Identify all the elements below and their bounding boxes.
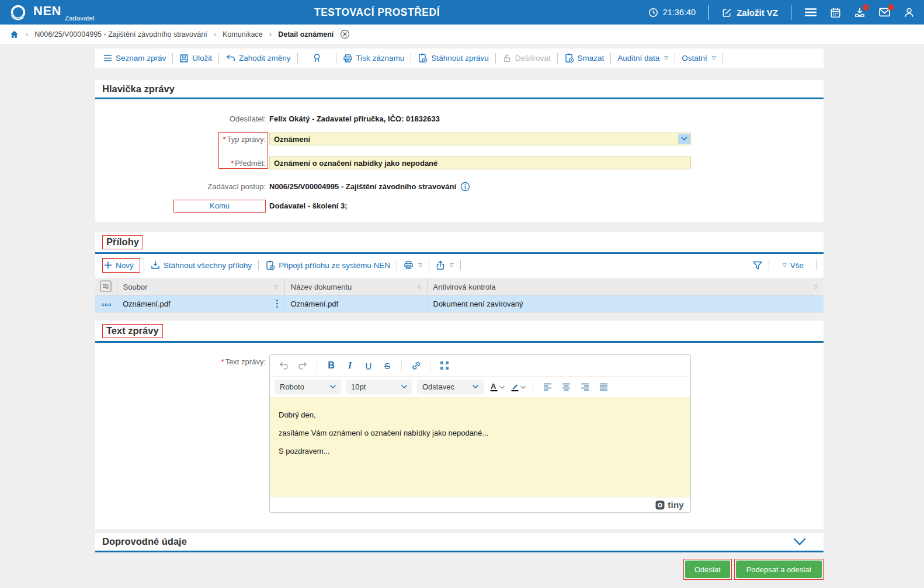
sign-and-send-button[interactable]: Podepsat a odeslat [736, 561, 822, 578]
dropdown-triangle-icon: ▽ [712, 55, 716, 61]
toolbar-divider [769, 260, 769, 270]
italic-icon[interactable]: I [343, 359, 357, 373]
mail-icon[interactable] [878, 7, 891, 18]
dropdown-triangle-icon: ▽ [418, 263, 422, 268]
drag-handle-icon[interactable] [276, 299, 279, 308]
font-family-select[interactable]: Roboto [275, 380, 341, 394]
strikethrough-icon[interactable]: S [380, 359, 394, 373]
attach-from-nen-button[interactable]: Připojit přílohu ze systému NEN [259, 260, 397, 270]
toolbar-save-button[interactable]: Uložit [173, 54, 218, 63]
action-buttons: Odeslat Podepsat a odeslat [95, 559, 824, 580]
calendar-icon[interactable] [830, 7, 841, 18]
attachments-table-header-row: Soubor▽ Název dokumentu▽ Antivirová kont… [95, 279, 824, 295]
file-cell[interactable]: Oznámení.pdf [117, 295, 284, 312]
font-size-select[interactable]: 10pt [346, 380, 412, 394]
undo-icon[interactable] [277, 359, 291, 373]
tiny-logo-icon [655, 500, 665, 510]
message-header-form: Odesílatel: Felix Okátý - Zadavatel přír… [95, 99, 824, 222]
rich-text-editor: B I U S Roboto 10pt [269, 354, 691, 513]
align-left-icon[interactable] [540, 380, 554, 394]
column-settings-header[interactable] [95, 279, 117, 295]
link-icon[interactable] [409, 359, 423, 373]
toolbar-audit-data-menu[interactable]: Auditní data ▽ [611, 54, 675, 62]
breadcrumb-separator: › [269, 30, 272, 39]
column-header-doc-name[interactable]: Název dokumentu▽ [284, 279, 427, 295]
toolbar-delete-button[interactable]: Smazat [558, 53, 611, 63]
doc-name-cell[interactable]: Oznámení.pdf [284, 295, 427, 312]
toolbar-print-record-button[interactable]: Tisk záznamu [336, 54, 411, 63]
message-type-row: *Typ zprávy: Oznámení [95, 133, 824, 145]
breadcrumb-item-communication[interactable]: Komunikace [223, 30, 263, 39]
filter-all-dropdown[interactable]: ▽ Vše [775, 261, 810, 270]
align-center-icon[interactable] [559, 380, 573, 394]
create-vz-button[interactable]: Založit VZ [722, 8, 778, 18]
pencil-square-icon [722, 8, 732, 18]
editor-divider [533, 381, 533, 393]
toolbar-seal-button[interactable] [298, 53, 336, 63]
column-header-antivirus[interactable]: Antivirová kontrola▽ [427, 279, 824, 295]
attachment-new-button[interactable]: Nový [102, 258, 140, 273]
recipient-link[interactable]: Komu [173, 200, 266, 213]
text-color-button[interactable]: A [488, 382, 505, 392]
header-divider [791, 5, 791, 20]
column-filter-icon[interactable]: ▽ [417, 285, 421, 290]
user-profile-icon[interactable] [904, 7, 915, 18]
home-icon[interactable] [9, 30, 19, 39]
message-line: Dobrý den, [279, 411, 682, 419]
download-all-attachments-button[interactable]: Stáhnout všechny přílohy [144, 260, 259, 270]
additional-data-section[interactable]: Doprovodné údaje [95, 533, 824, 552]
editor-divider [401, 360, 402, 371]
redo-icon[interactable] [296, 359, 310, 373]
column-filter-icon[interactable]: ▽ [814, 285, 818, 290]
align-right-icon[interactable] [578, 380, 592, 394]
column-header-file[interactable]: Soubor▽ [117, 279, 284, 295]
breadcrumb-item-procedure[interactable]: N006/25/V00004995 - Zajištění závodního … [34, 30, 207, 39]
attachments-print-menu[interactable]: ▽ [397, 260, 429, 270]
row-menu-icon[interactable] [101, 303, 112, 307]
highlight-color-button[interactable] [509, 382, 526, 392]
toolbar-download-message-button[interactable]: Stáhnout zprávu [411, 53, 495, 63]
column-settings-icon[interactable] [100, 280, 112, 292]
message-body-row: *Text zprávy: B I U S [95, 354, 824, 513]
row-menu-cell[interactable] [95, 295, 117, 312]
editor-content-area[interactable]: Dobrý den, zasíláme Vám oznámení o označ… [270, 397, 690, 497]
notification-badge [888, 4, 894, 11]
message-body-section: Text zprávy *Text zprávy: B I U S [95, 321, 824, 529]
message-type-select[interactable]: Oznámení [269, 133, 691, 145]
procedure-value: N006/25/V00004995 - Zajištění závodního … [269, 182, 470, 192]
bold-icon[interactable]: B [324, 359, 338, 373]
attachment-row[interactable]: Oznámení.pdf Oznámení.pdf Dokument není … [95, 295, 824, 312]
chevron-down-icon[interactable] [678, 134, 690, 144]
annotation-box-sign-send: Podepsat a odeslat [734, 559, 824, 580]
column-filter-icon[interactable]: ▽ [275, 285, 278, 290]
toolbar-decrypt-button[interactable]: Dešifrovat [496, 54, 557, 63]
nen-brand[interactable]: NEN Zadavatel [8, 2, 94, 22]
main-menu-icon[interactable] [804, 7, 817, 18]
attachments-export-menu[interactable]: ▽ [429, 260, 460, 270]
section-title-additional-data: Doprovodné údaje [102, 536, 187, 547]
close-tab-icon[interactable] [340, 29, 350, 39]
recipient-value: Dodavatel - školení 3; [269, 201, 348, 210]
info-icon[interactable] [460, 182, 470, 192]
tiny-brand-text[interactable]: tiny [668, 500, 684, 510]
clock-icon [648, 8, 658, 18]
align-justify-icon[interactable] [596, 380, 610, 394]
subject-input[interactable]: Oznámení o označení nabídky jako nepodan… [269, 156, 691, 169]
header-divider [708, 5, 709, 20]
breadcrumb-separator: › [26, 30, 28, 39]
environment-title: TESTOVACÍ PROSTŘEDÍ [314, 0, 440, 25]
message-line: zasíláme Vám oznámení o označení nabídky… [279, 429, 682, 437]
block-format-select[interactable]: Odstavec [417, 380, 484, 394]
breadcrumb-item-current: Detail oznámení [278, 30, 334, 39]
toolbar-message-list-button[interactable]: Seznam zpráv [102, 54, 172, 62]
expand-section-icon[interactable] [793, 538, 806, 546]
toolbar-discard-changes-button[interactable]: Zahodit změny [219, 54, 297, 62]
send-button[interactable]: Odeslat [685, 561, 730, 578]
attachments-title-annotated: Přílohy [102, 235, 143, 249]
inbox-download-icon[interactable] [854, 7, 866, 18]
filter-funnel-icon[interactable] [752, 260, 763, 270]
fullscreen-icon[interactable] [437, 359, 451, 373]
toolbar-other-menu[interactable]: Ostatní ▽ [675, 54, 722, 62]
underline-icon[interactable]: U [362, 359, 376, 373]
message-type-label: *Typ zprávy: [95, 135, 266, 144]
